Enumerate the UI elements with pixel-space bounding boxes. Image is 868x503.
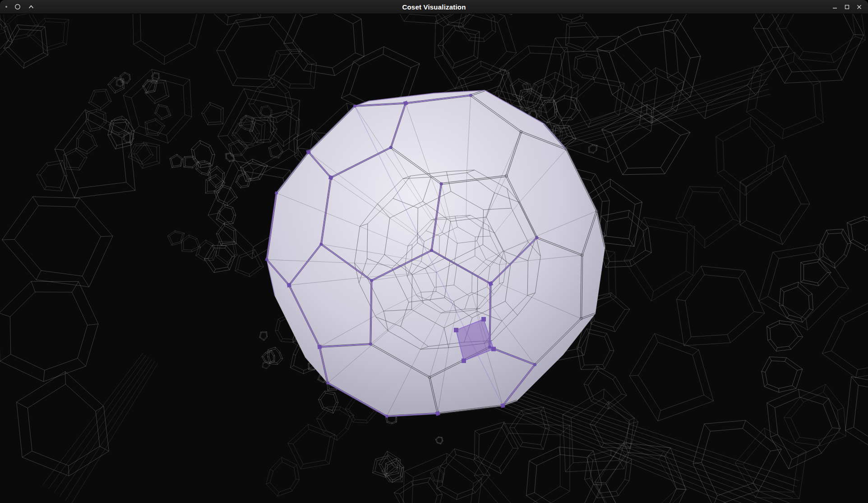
minimize-icon xyxy=(832,4,838,10)
visualization-viewport[interactable] xyxy=(0,14,868,503)
close-icon xyxy=(856,4,862,10)
app-window: Coset Visualization xyxy=(0,0,868,503)
bullet-icon xyxy=(5,6,7,8)
maximize-button[interactable] xyxy=(844,4,850,10)
chevron-up-button[interactable] xyxy=(28,4,34,10)
close-button[interactable] xyxy=(856,4,862,10)
titlebar[interactable]: Coset Visualization xyxy=(0,0,868,14)
chevron-up-icon xyxy=(28,4,34,10)
circle-icon xyxy=(14,4,21,10)
circle-button[interactable] xyxy=(14,4,21,10)
window-title: Coset Visualization xyxy=(0,0,868,14)
scene-canvas[interactable] xyxy=(0,14,868,503)
minimize-button[interactable] xyxy=(832,4,838,10)
window-controls xyxy=(832,4,868,10)
maximize-icon xyxy=(844,4,850,10)
titlebar-left-controls xyxy=(0,4,34,10)
